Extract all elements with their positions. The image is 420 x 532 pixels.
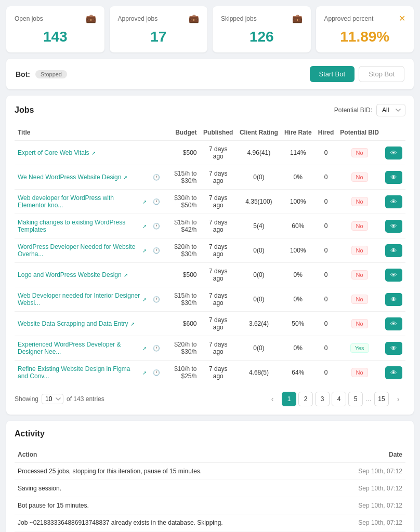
col-rating: Client Rating <box>237 125 281 141</box>
potential-bid-select[interactable]: All Yes No <box>376 104 405 116</box>
rating-cell: 5(4) <box>237 214 281 238</box>
jobs-prev-page[interactable]: ‹ <box>265 392 280 406</box>
hired-cell: 0 <box>315 165 337 190</box>
activity-section-header: Activity <box>15 429 405 438</box>
stat-skipped-jobs: Skipped jobs 💼 126 <box>213 6 311 52</box>
view-job-button[interactable]: 👁 <box>385 244 402 257</box>
rating-cell: 0(0) <box>237 287 281 312</box>
stat-approved-percent-value: 11.89% <box>324 29 406 45</box>
bid-cell: No <box>337 141 382 165</box>
budget-cell: 🕐$10/h to $25/h <box>150 361 200 385</box>
clock-icon: 🕐 <box>153 247 160 254</box>
job-title-link[interactable]: Refine Existing Website Design in Figma … <box>18 365 147 380</box>
jobs-page-2[interactable]: 2 <box>298 392 313 406</box>
rating-cell: 3.62(4) <box>237 312 281 336</box>
hired-cell: 0 <box>315 263 337 287</box>
stat-approved-jobs-label: Approved jobs <box>118 15 158 22</box>
activity-section: Activity Action Date Processed 25 jobs, … <box>6 421 414 532</box>
hirerate-cell: 100% <box>281 190 315 214</box>
rating-cell: 0(0) <box>237 165 281 190</box>
rating-cell: 0(0) <box>237 263 281 287</box>
job-title-link[interactable]: Experienced WordPress Developer & Design… <box>18 341 147 355</box>
hirerate-cell: 0% <box>281 165 315 190</box>
table-row: Web developer for WordPress with Element… <box>15 190 405 214</box>
job-title-link[interactable]: Logo and WordPress Website Design ➚ <box>18 271 147 278</box>
bot-section: Bot: Stopped Start Bot Stop Bot <box>6 59 414 89</box>
table-row: Experienced WordPress Developer & Design… <box>15 336 405 361</box>
jobs-page-1[interactable]: 1 <box>282 392 296 406</box>
stat-open-jobs-label: Open jobs <box>15 15 43 22</box>
view-job-button[interactable]: 👁 <box>385 171 402 184</box>
view-job-button[interactable]: 👁 <box>385 195 402 208</box>
bid-cell: No <box>337 287 382 312</box>
jobs-page-4[interactable]: 4 <box>332 392 346 406</box>
bid-badge-yes: Yes <box>350 343 369 353</box>
activity-date: Sep 10th, 07:12 <box>330 514 405 531</box>
list-item: Bot pause for 15 minutes. Sep 10th, 07:1… <box>15 497 405 514</box>
clock-icon: 🕐 <box>153 223 160 230</box>
job-title-link[interactable]: We Need WordPress Website Design ➚ <box>18 174 147 181</box>
hirerate-cell: 60% <box>281 214 315 238</box>
bid-badge-no: No <box>351 246 368 255</box>
job-title-link[interactable]: Making changes to existing WordPress Tem… <box>18 219 147 233</box>
jobs-page-last[interactable]: 15 <box>374 392 389 406</box>
view-job-button[interactable]: 👁 <box>385 147 402 159</box>
jobs-next-page[interactable]: › <box>391 392 405 406</box>
stat-approved-percent-label: Approved percent <box>324 15 374 22</box>
view-job-button[interactable]: 👁 <box>385 342 402 355</box>
view-job-button[interactable]: 👁 <box>385 220 402 233</box>
job-title-link[interactable]: Expert of Core Web Vitals ➚ <box>18 149 147 156</box>
external-link-icon: ➚ <box>142 223 147 229</box>
jobs-per-page-select[interactable]: 10 25 50 <box>42 394 63 404</box>
activity-title: Activity <box>15 429 45 438</box>
rating-cell: 4.96(41) <box>237 141 281 165</box>
hired-cell: 0 <box>315 312 337 336</box>
job-title-link[interactable]: Website Data Scrapping and Data Entry ➚ <box>18 320 147 327</box>
job-title-link[interactable]: WordPress Developer Needed for Website O… <box>18 243 147 258</box>
published-cell: 7 days ago <box>200 165 237 190</box>
hirerate-cell: 0% <box>281 287 315 312</box>
activity-col-date: Date <box>330 447 405 463</box>
clock-icon: 🕐 <box>153 296 160 303</box>
jobs-page-dots: ... <box>365 395 372 403</box>
rating-cell: 0(0) <box>237 336 281 361</box>
budget-cell: $500 <box>150 263 200 287</box>
hired-cell: 0 <box>315 141 337 165</box>
view-job-button[interactable]: 👁 <box>385 269 402 282</box>
published-cell: 7 days ago <box>200 361 237 385</box>
list-item: Processed 25 jobs, stopping for this ite… <box>15 463 405 480</box>
published-cell: 7 days ago <box>200 312 237 336</box>
external-link-icon: ➚ <box>142 345 147 351</box>
bid-badge-no: No <box>351 197 368 206</box>
job-title-link[interactable]: Web developer for WordPress with Element… <box>18 194 147 209</box>
table-row: WordPress Developer Needed for Website O… <box>15 238 405 263</box>
stat-skipped-jobs-value: 126 <box>221 29 303 45</box>
bid-cell: No <box>337 165 382 190</box>
view-job-button[interactable]: 👁 <box>385 317 402 330</box>
bid-badge-no: No <box>351 368 368 377</box>
external-link-icon: ➚ <box>130 321 135 327</box>
job-title-link[interactable]: Web Developer needed for Interior Design… <box>18 292 147 307</box>
stop-bot-button[interactable]: Stop Bot <box>359 66 404 82</box>
bid-cell: No <box>337 214 382 238</box>
view-job-button[interactable]: 👁 <box>385 293 402 306</box>
jobs-page-3[interactable]: 3 <box>315 392 330 406</box>
bid-badge-no: No <box>351 148 368 157</box>
hirerate-cell: 64% <box>281 361 315 385</box>
external-link-icon: ➚ <box>142 199 147 205</box>
bot-status-badge: Stopped <box>35 70 67 78</box>
jobs-pagination-row: Showing 10 25 50 of 143 entries ‹ 1 2 3 … <box>15 392 405 406</box>
hired-cell: 0 <box>315 287 337 312</box>
bid-cell: No <box>337 361 382 385</box>
activity-date: Sep 10th, 07:12 <box>330 480 405 497</box>
view-job-button[interactable]: 👁 <box>385 366 402 379</box>
published-cell: 7 days ago <box>200 263 237 287</box>
start-bot-button[interactable]: Start Bot <box>310 66 355 82</box>
hired-cell: 0 <box>315 238 337 263</box>
external-link-icon: ➚ <box>91 150 96 156</box>
jobs-page-5[interactable]: 5 <box>348 392 363 406</box>
activity-action: Job ~021833336488691374​8837 already exi… <box>15 514 330 531</box>
published-cell: 7 days ago <box>200 190 237 214</box>
external-link-icon: ➚ <box>142 297 147 302</box>
hired-cell: 0 <box>315 336 337 361</box>
